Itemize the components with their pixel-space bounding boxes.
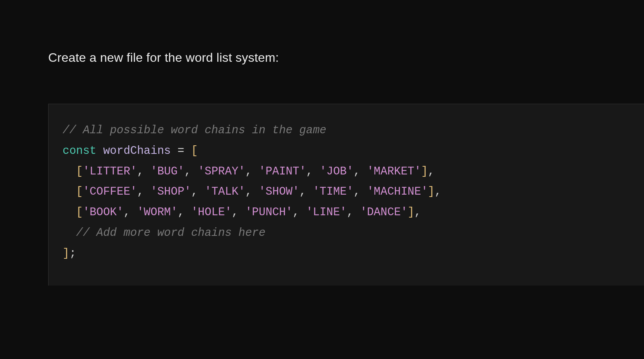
code-semicolon: ;: [69, 247, 76, 260]
code-string: 'LITTER': [83, 165, 137, 178]
code-comma: ,: [414, 206, 421, 219]
code-comma: ,: [137, 165, 150, 178]
code-row-close: ]: [421, 165, 428, 178]
code-comma: ,: [245, 165, 259, 178]
code-block: // All possible word chains in the game …: [48, 104, 644, 286]
code-comma: ,: [306, 165, 320, 178]
code-string: 'TIME': [313, 185, 353, 198]
code-string: 'COFFEE': [83, 185, 137, 198]
code-string: 'BUG': [150, 165, 184, 178]
code-comma: ,: [137, 185, 150, 198]
code-close-bracket: ]: [63, 247, 69, 260]
code-string: 'HOLE': [191, 206, 232, 219]
code-row-open: [: [76, 165, 83, 178]
code-row-close: ]: [428, 185, 435, 198]
code-comma: ,: [293, 206, 306, 219]
code-comma: ,: [435, 185, 441, 198]
code-keyword-const: const: [63, 145, 96, 157]
code-open-bracket: [: [191, 145, 198, 157]
code-comma: ,: [428, 165, 435, 178]
main-content: Create a new file for the word list syst…: [0, 0, 644, 286]
code-row-open: [: [76, 185, 83, 198]
code-string: 'JOB': [319, 165, 353, 178]
code-comma: ,: [232, 206, 245, 219]
code-comma: ,: [124, 206, 137, 219]
code-comment-top: // All possible word chains in the game: [63, 124, 326, 137]
code-comma: ,: [184, 165, 198, 178]
code-string: 'MACHINE': [367, 185, 428, 198]
code-row-close: ]: [408, 206, 414, 219]
code-row-open: [: [76, 206, 83, 219]
code-comment-more: // Add more word chains here: [76, 227, 265, 239]
code-comma: ,: [347, 206, 360, 219]
code-string: 'TALK': [205, 185, 245, 198]
code-string: 'PAINT': [259, 165, 306, 178]
code-string: 'SPRAY': [198, 165, 245, 178]
code-string: 'DANCE': [360, 206, 408, 219]
code-comma: ,: [178, 206, 191, 219]
code-eq: =: [171, 145, 191, 157]
code-string: 'PUNCH': [245, 206, 293, 219]
code-string: 'MARKET': [367, 165, 421, 178]
code-comma: ,: [353, 165, 367, 178]
code-string: 'SHOW': [259, 185, 299, 198]
code-string: 'SHOP': [150, 185, 191, 198]
code-ident-wordchains: wordChains: [103, 145, 171, 157]
code-string: 'BOOK': [83, 206, 123, 219]
code-comma: ,: [299, 185, 313, 198]
code-comma: ,: [353, 185, 367, 198]
code-string: 'LINE': [306, 206, 347, 219]
instruction-text: Create a new file for the word list syst…: [48, 51, 644, 65]
code-comma: ,: [191, 185, 205, 198]
code-comma: ,: [245, 185, 259, 198]
code-string: 'WORM': [137, 206, 177, 219]
